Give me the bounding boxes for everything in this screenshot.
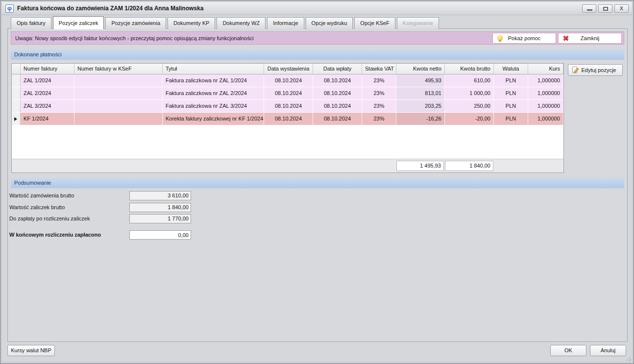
cell-tytul: Faktura zaliczkowa nr ZAL 2/2024 — [163, 87, 264, 99]
header-kurs[interactable]: Kurs — [528, 64, 563, 74]
tab-page-pozycje-zaliczek: Uwaga: Nowy sposób edycji faktur końcowy… — [7, 28, 628, 342]
close-notice-button[interactable]: Zamknij — [558, 33, 622, 44]
cell-kwota-brutto: 1 000,00 — [445, 87, 494, 99]
payments-row[interactable]: KF 1/2024 Korekta faktury zaliczkowej nr… — [12, 113, 563, 125]
cell-numer-faktury: ZAL 2/2024 — [21, 87, 74, 99]
cell-numer-faktury: KF 1/2024 — [21, 113, 74, 125]
cell-data-wplaty: 08.10.2024 — [313, 74, 362, 87]
resize-grip-icon[interactable] — [625, 355, 631, 361]
payments-row[interactable]: ZAL 3/2024 Faktura zaliczkowa nr ZAL 3/2… — [12, 100, 563, 113]
nbp-rates-button[interactable]: Kursy walut NBP — [7, 345, 55, 356]
summary-section-header: Podsumowanie — [11, 178, 624, 188]
cell-numer-faktury: ZAL 3/2024 — [21, 100, 74, 112]
close-button[interactable]: X — [614, 4, 629, 13]
header-indicator — [12, 64, 21, 74]
header-data-wplaty[interactable]: Data wpłaty — [313, 64, 362, 74]
notice-bar: Uwaga: Nowy sposób edycji faktur końcowy… — [11, 31, 624, 45]
cell-stawka-vat: 23% — [362, 74, 396, 87]
payments-table: Numer faktury Numer faktury w KSeF Tytuł… — [11, 63, 564, 173]
close-notice-label: Zamknij — [581, 35, 600, 41]
tab-label: Pozycje zaliczek — [59, 20, 98, 26]
cell-data-wystawienia: 08.10.2024 — [264, 74, 313, 87]
payments-table-header: Numer faktury Numer faktury w KSeF Tytuł… — [12, 64, 563, 74]
cell-waluta: PLN — [494, 100, 528, 112]
tab-opis-faktury[interactable]: Opis faktury — [11, 17, 51, 29]
cell-waluta: PLN — [494, 113, 528, 125]
tab-dokumenty-kp[interactable]: Dokumenty KP — [168, 17, 215, 29]
cell-data-wplaty: 08.10.2024 — [313, 87, 362, 99]
tab-strip: Opis fakturyPozycje zaliczekPozycje zamó… — [11, 16, 440, 29]
tab-informacje[interactable]: Informacje — [267, 17, 304, 29]
cell-data-wplaty: 08.10.2024 — [313, 113, 362, 125]
cell-data-wystawienia: 08.10.2024 — [264, 100, 313, 112]
title-bar: φ Faktura końcowa do zamówienia ZAM 1/20… — [2, 2, 632, 15]
row-indicator-cell — [12, 74, 21, 87]
cell-kwota-netto: -16,26 — [396, 113, 445, 125]
minimize-button[interactable] — [582, 4, 596, 13]
cell-stawka-vat: 23% — [362, 100, 396, 112]
order-gross-label: Wartość zamówienia brutto — [9, 191, 74, 200]
total-netto: 1 495,93 — [396, 161, 444, 171]
cell-waluta: PLN — [494, 87, 528, 99]
header-numer-ksef[interactable]: Numer faktury w KSeF — [74, 64, 163, 74]
ok-button[interactable]: OK — [550, 345, 586, 356]
cell-tytul: Faktura zaliczkowa nr ZAL 1/2024 — [163, 74, 264, 87]
cell-stawka-vat: 23% — [362, 113, 396, 125]
cell-tytul: Korekta faktury zaliczkowej nr KF 1/2024 — [163, 113, 264, 125]
tab-label: Dokumenty WZ — [222, 20, 260, 26]
close-icon: X — [615, 5, 628, 12]
maximize-icon — [603, 7, 608, 11]
tab-label: Informacje — [273, 20, 298, 26]
tab-dokumenty-wz[interactable]: Dokumenty WZ — [217, 17, 266, 29]
row-indicator-cell — [12, 87, 21, 99]
cell-stawka-vat: 23% — [362, 87, 396, 99]
cell-numer-ksef — [74, 87, 163, 99]
minimize-icon — [587, 9, 592, 11]
tab-label: Opcje wydruku — [312, 20, 347, 26]
payments-row[interactable]: ZAL 2/2024 Faktura zaliczkowa nr ZAL 2/2… — [12, 87, 563, 100]
cancel-button[interactable]: Anuluj — [590, 345, 626, 356]
tab-opcje-ksef[interactable]: Opcje KSeF — [354, 17, 395, 29]
payments-table-body: ZAL 1/2024 Faktura zaliczkowa nr ZAL 1/2… — [12, 74, 563, 125]
header-data-wystawienia[interactable]: Data wystawienia — [264, 64, 313, 74]
advances-gross-value: 1 840,00 — [129, 203, 191, 212]
pencil-icon — [572, 67, 579, 74]
app-logo-icon: φ — [5, 4, 14, 13]
edit-positions-button[interactable]: Edytuj pozycje — [568, 64, 623, 76]
advances-gross-label: Wartość zaliczek brutto — [9, 203, 65, 212]
show-help-button[interactable]: Pokaż pomoc — [492, 33, 556, 44]
tab-opcje-wydruku[interactable]: Opcje wydruku — [306, 17, 353, 29]
cell-kurs: 1,000000 — [528, 113, 563, 125]
header-stawka-vat[interactable]: Stawka VAT — [362, 64, 396, 74]
tab-label: Pozycje zamówienia — [111, 20, 160, 26]
cell-waluta: PLN — [494, 74, 528, 87]
lightbulb-icon — [497, 35, 503, 41]
tab-pozycje-zamowienia[interactable]: Pozycje zamówienia — [105, 17, 166, 29]
cell-kwota-brutto: 250,00 — [445, 100, 494, 112]
payments-table-footer: 1 495,93 1 840,00 — [12, 159, 563, 172]
header-kwota-netto[interactable]: Kwota netto — [396, 64, 445, 74]
header-waluta[interactable]: Waluta — [494, 64, 528, 74]
to-pay-label: Do zapłaty po rozliczeniu zaliczek — [9, 214, 90, 223]
notice-text: Uwaga: Nowy sposób edycji faktur końcowy… — [15, 35, 254, 41]
red-x-icon — [562, 35, 569, 42]
tab-pozycje-zaliczek[interactable]: Pozycje zaliczek — [53, 16, 104, 29]
edit-positions-label: Edytuj pozycje — [582, 67, 616, 73]
payments-row[interactable]: ZAL 1/2024 Faktura zaliczkowa nr ZAL 1/2… — [12, 74, 563, 87]
cell-kwota-netto: 203,25 — [396, 100, 445, 112]
cell-kwota-brutto: 610,00 — [445, 74, 494, 87]
to-pay-value: 1 770,00 — [129, 214, 191, 223]
final-paid-input[interactable] — [129, 230, 191, 240]
cell-numer-ksef — [74, 100, 163, 112]
header-numer-faktury[interactable]: Numer faktury — [21, 64, 74, 74]
cell-kwota-netto: 813,01 — [396, 87, 445, 99]
maximize-button[interactable] — [598, 4, 612, 13]
tab-label: Księgowanie — [403, 20, 433, 26]
payments-section-header: Dokonane płatności — [11, 49, 624, 60]
header-tytul[interactable]: Tytuł — [163, 64, 264, 74]
tab-label: Opis faktury — [17, 20, 46, 26]
cell-kurs: 1,000000 — [528, 74, 563, 87]
cell-kwota-netto: 495,93 — [396, 74, 445, 87]
cell-kwota-brutto: -20,00 — [445, 113, 494, 125]
header-kwota-brutto[interactable]: Kwota brutto — [445, 64, 494, 74]
